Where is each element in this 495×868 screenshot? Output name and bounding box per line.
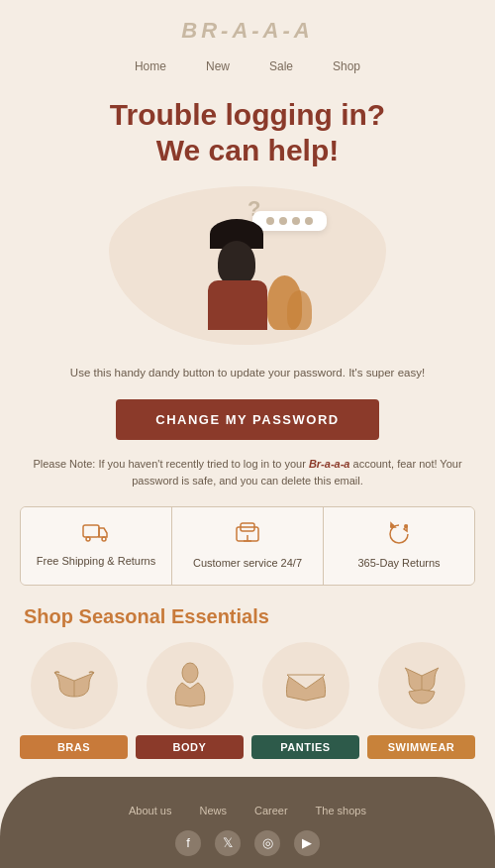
- pwd-dot-4: [305, 217, 313, 225]
- feature-shipping-text: Free Shipping & Returns: [31, 554, 161, 568]
- product-swimwear-image: [378, 642, 465, 729]
- main-nav: Home New Sale Shop: [0, 52, 495, 87]
- feature-returns: 365-Day Returns: [324, 507, 474, 584]
- char-head: [218, 241, 255, 285]
- footer-nav: About us News Career The shops: [20, 805, 475, 816]
- returns-icon: [334, 521, 464, 550]
- svg-point-2: [102, 537, 106, 541]
- password-bar: [252, 211, 327, 231]
- footer-about[interactable]: About us: [129, 805, 171, 816]
- svg-point-7: [404, 524, 408, 528]
- svg-rect-0: [83, 525, 99, 537]
- youtube-icon[interactable]: ▶: [294, 830, 320, 856]
- footer-career[interactable]: Career: [254, 805, 288, 816]
- brand-inline: Br-a-a-a: [309, 458, 350, 470]
- person-svg: ?: [188, 201, 307, 330]
- pwd-dot-1: [266, 217, 274, 225]
- nav-new[interactable]: New: [206, 59, 230, 73]
- cta-section: CHANGE MY PASSWORD: [0, 395, 495, 456]
- hero-title: Trouble logging in? We can help!: [30, 97, 465, 168]
- facebook-icon[interactable]: f: [175, 830, 201, 856]
- product-swimwear[interactable]: SWIMWEAR: [367, 642, 475, 759]
- service-icon: [182, 521, 313, 550]
- brand-logo: BR‑A‑A‑A: [0, 18, 495, 44]
- note-text: Please Note: If you haven't recently tri…: [0, 456, 495, 506]
- product-bras-image: [31, 642, 118, 729]
- product-panties[interactable]: PANTIES: [251, 642, 359, 759]
- feature-service-text: Customer service 24/7: [182, 556, 313, 570]
- body-text: Use this handy dandy button to update yo…: [0, 365, 495, 395]
- twitter-icon[interactable]: 𝕏: [215, 830, 241, 856]
- nav-sale[interactable]: Sale: [269, 59, 293, 73]
- footer-shops[interactable]: The shops: [316, 805, 366, 816]
- header: BR‑A‑A‑A: [0, 0, 495, 52]
- social-icons-row: f 𝕏 ◎ ▶: [20, 830, 475, 856]
- change-password-button[interactable]: CHANGE MY PASSWORD: [116, 399, 378, 440]
- product-body-label[interactable]: BODY: [136, 735, 244, 759]
- nav-shop[interactable]: Shop: [333, 59, 360, 73]
- features-row: Free Shipping & Returns Customer service…: [20, 506, 475, 585]
- shipping-icon: [31, 521, 161, 548]
- hero-illustration: ?: [109, 186, 386, 345]
- product-bras-label[interactable]: BRAS: [20, 735, 128, 759]
- product-panties-image: [262, 642, 349, 729]
- svg-point-1: [86, 537, 90, 541]
- footer: About us News Career The shops f 𝕏 ◎ ▶ Y…: [0, 777, 495, 868]
- email-wrapper: BR‑A‑A‑A Home New Sale Shop Trouble logg…: [0, 0, 495, 868]
- pwd-dot-3: [292, 217, 300, 225]
- feature-service: Customer service 24/7: [172, 507, 324, 584]
- svg-point-8: [390, 524, 394, 528]
- product-swimwear-label[interactable]: SWIMWEAR: [367, 735, 475, 759]
- footer-news[interactable]: News: [199, 805, 227, 816]
- shop-section: Shop Seasonal Essentials BRAS: [0, 605, 495, 759]
- pwd-dot-2: [279, 217, 287, 225]
- product-body-image: [147, 642, 234, 729]
- product-panties-label[interactable]: PANTIES: [251, 735, 359, 759]
- feature-shipping: Free Shipping & Returns: [21, 507, 172, 584]
- nav-home[interactable]: Home: [135, 59, 166, 73]
- shop-title: Shop Seasonal Essentials: [20, 605, 475, 628]
- char-body: [208, 280, 267, 330]
- feature-returns-text: 365-Day Returns: [334, 556, 464, 570]
- char-plant-right: [287, 290, 312, 330]
- hero-section: Trouble logging in? We can help! ?: [0, 87, 495, 345]
- svg-point-9: [182, 663, 198, 683]
- product-grid: BRAS BODY PANTIES: [20, 642, 475, 759]
- product-bras[interactable]: BRAS: [20, 642, 128, 759]
- instagram-icon[interactable]: ◎: [254, 830, 280, 856]
- product-body[interactable]: BODY: [136, 642, 244, 759]
